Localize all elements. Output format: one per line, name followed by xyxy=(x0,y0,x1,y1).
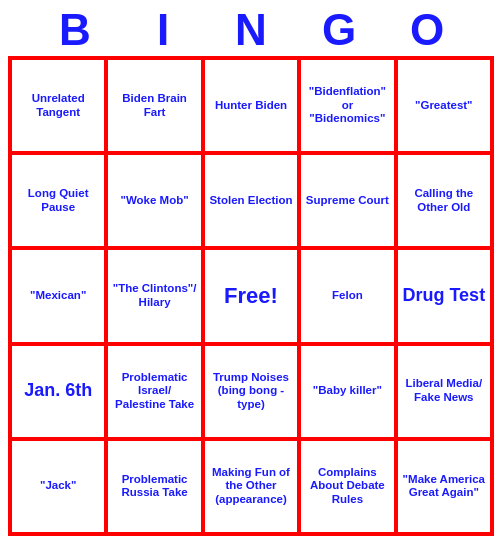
letter-o: O xyxy=(383,8,471,52)
bingo-cell-1[interactable]: Biden Brain Fart xyxy=(106,58,202,153)
letter-b: B xyxy=(31,8,119,52)
bingo-cell-2[interactable]: Hunter Biden xyxy=(203,58,299,153)
bingo-cell-14[interactable]: Drug Test xyxy=(396,248,492,343)
bingo-cell-23[interactable]: Complains About Debate Rules xyxy=(299,439,395,534)
bingo-cell-20[interactable]: "Jack" xyxy=(10,439,106,534)
bingo-cell-13[interactable]: Felon xyxy=(299,248,395,343)
bingo-cell-5[interactable]: Long Quiet Pause xyxy=(10,153,106,248)
bingo-cell-12[interactable]: Free! xyxy=(203,248,299,343)
bingo-cell-16[interactable]: Problematic Israel/ Palestine Take xyxy=(106,344,202,439)
bingo-cell-17[interactable]: Trump Noises (bing bong -type) xyxy=(203,344,299,439)
bingo-cell-7[interactable]: Stolen Election xyxy=(203,153,299,248)
bingo-cell-10[interactable]: "Mexican" xyxy=(10,248,106,343)
bingo-cell-6[interactable]: "Woke Mob" xyxy=(106,153,202,248)
bingo-cell-11[interactable]: "The Clintons"/ Hilary xyxy=(106,248,202,343)
bingo-cell-19[interactable]: Liberal Media/ Fake News xyxy=(396,344,492,439)
letter-i: I xyxy=(119,8,207,52)
bingo-cell-4[interactable]: "Greatest" xyxy=(396,58,492,153)
bingo-cell-18[interactable]: "Baby killer" xyxy=(299,344,395,439)
bingo-cell-3[interactable]: "Bidenflation" or "Bidenomics" xyxy=(299,58,395,153)
bingo-cell-8[interactable]: Supreme Court xyxy=(299,153,395,248)
letter-n: N xyxy=(207,8,295,52)
bingo-grid: Unrelated TangentBiden Brain FartHunter … xyxy=(8,56,494,536)
bingo-cell-15[interactable]: Jan. 6th xyxy=(10,344,106,439)
bingo-header: B I N G O xyxy=(8,8,494,52)
bingo-cell-21[interactable]: Problematic Russia Take xyxy=(106,439,202,534)
bingo-cell-0[interactable]: Unrelated Tangent xyxy=(10,58,106,153)
bingo-cell-22[interactable]: Making Fun of the Other (appearance) xyxy=(203,439,299,534)
letter-g: G xyxy=(295,8,383,52)
bingo-cell-24[interactable]: "Make America Great Again" xyxy=(396,439,492,534)
bingo-cell-9[interactable]: Calling the Other Old xyxy=(396,153,492,248)
